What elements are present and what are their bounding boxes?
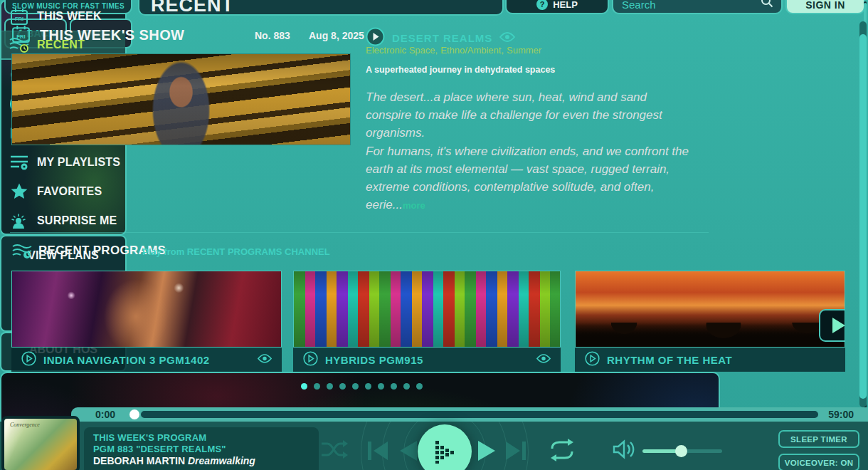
svg-text:FRI: FRI: [15, 16, 23, 22]
now-playing-info: THIS WEEK'S PROGRAM PGM 883 "DESERT REAL…: [84, 427, 319, 470]
search-input[interactable]: Search: [612, 0, 783, 14]
pagination-dot[interactable]: [339, 383, 346, 390]
sidebar-item-favorites[interactable]: FAVORITES: [1, 177, 125, 206]
page-title: RECENT: [151, 0, 234, 16]
sidebar-item-label: SURPRISE ME: [37, 214, 117, 227]
search-icon[interactable]: [760, 0, 774, 11]
seek-knob[interactable]: [129, 409, 139, 419]
seek-bar: 0:00 59:00: [71, 407, 868, 422]
rewind-button[interactable]: [397, 439, 418, 465]
search-placeholder: Search: [622, 0, 656, 11]
sign-in-label: SIGN IN: [805, 0, 845, 11]
sleep-timer-button[interactable]: SLEEP TIMER: [778, 430, 859, 448]
star-icon: [9, 182, 30, 201]
help-question-icon: [536, 0, 548, 10]
pagination-dot[interactable]: [416, 383, 423, 390]
volume-knob[interactable]: [675, 445, 687, 457]
now-playing-line2: PGM 883 "DESERT REALMS": [93, 444, 309, 455]
repeat-button[interactable]: [548, 437, 576, 466]
shuffle-button[interactable]: [320, 437, 349, 465]
help-label: HELP: [553, 0, 578, 10]
skip-forward-button[interactable]: [504, 439, 528, 465]
track-name: Dreamwalking: [188, 455, 255, 466]
page-title-panel: RECENT: [138, 0, 504, 16]
sidebar-item-label: FAVORITES: [37, 185, 102, 198]
skip-back-button[interactable]: [366, 439, 390, 465]
sidebar-item-surprise-me[interactable]: SURPRISE ME: [1, 206, 125, 235]
pagination-dot[interactable]: [352, 383, 359, 390]
now-playing-artist-track: DEBORAH MARTIN Dreamwalking: [93, 455, 309, 467]
pagination-dot[interactable]: [391, 383, 397, 390]
content-scrollbar[interactable]: [859, 21, 867, 407]
sidebar-item-label: MY PLAYLISTS: [37, 156, 120, 169]
seek-track[interactable]: [141, 411, 818, 418]
pagination-dot[interactable]: [378, 383, 384, 390]
pagination-dot[interactable]: [327, 383, 333, 390]
volume-icon[interactable]: [612, 439, 636, 463]
duration-time: 59:00: [828, 409, 854, 420]
playlists-icon: [9, 153, 30, 172]
sidebar-item-my-playlists[interactable]: MY PLAYLISTS: [1, 147, 125, 177]
album-art-title: Convergence: [10, 422, 40, 428]
forward-play-button[interactable]: [477, 439, 498, 465]
pagination-dot[interactable]: [365, 383, 371, 390]
carousel-pagination: [301, 383, 423, 390]
now-playing-album-art[interactable]: Convergence: [1, 416, 80, 470]
pagination-dot[interactable]: [403, 383, 410, 390]
hos-pixel-arrow-icon: [434, 439, 455, 464]
help-button[interactable]: HELP: [505, 0, 609, 14]
sign-in-button[interactable]: SIGN IN: [785, 0, 865, 14]
elapsed-time: 0:00: [95, 409, 115, 420]
sidebar-item-label: THIS WEEK: [37, 10, 102, 23]
calendar-fri-icon: FRI: [9, 7, 30, 26]
pagination-dot[interactable]: [314, 383, 320, 390]
voiceover-toggle-button[interactable]: VOICEOVER: ON: [778, 454, 859, 470]
pagination-dot[interactable]: [301, 383, 307, 390]
content-scrollbar-thumb[interactable]: [859, 34, 867, 399]
now-playing-line1: THIS WEEK'S PROGRAM: [93, 432, 309, 444]
surprise-icon: [9, 212, 30, 230]
